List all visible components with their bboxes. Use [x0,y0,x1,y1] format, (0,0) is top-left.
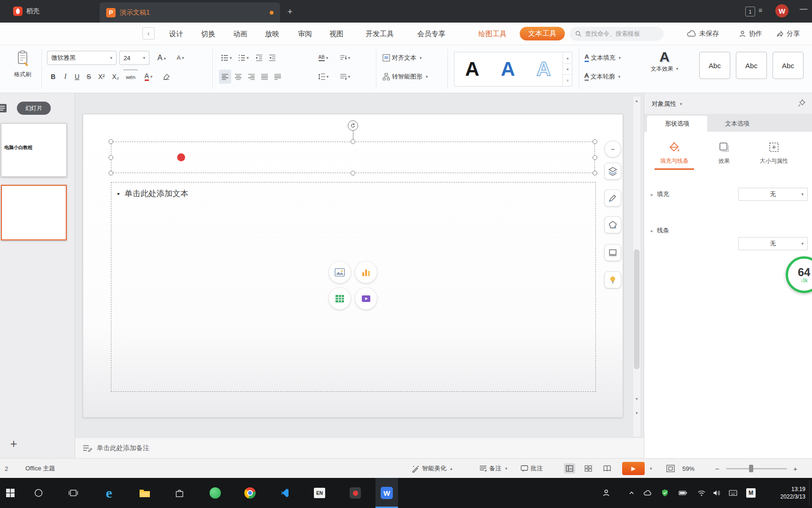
save-status-button[interactable]: 未保存 [687,23,719,45]
slideshow-play-button[interactable]: ▶ [622,462,645,475]
increase-indent-button[interactable] [266,51,278,65]
command-search-box[interactable]: 查找命令、搜索模板 [570,27,664,41]
zoom-out-button[interactable]: − [715,459,719,478]
minimize-button[interactable]: — [800,5,807,13]
home-tab[interactable]: 稻壳 [6,0,47,23]
wordart-scroll-up-button[interactable]: ▴ [563,52,572,64]
shape-style-preset-3[interactable]: Abc [773,52,804,79]
menu-developer[interactable]: 开发工具 [366,23,394,45]
vscode-icon[interactable] [275,484,294,502]
account-avatar[interactable]: W [775,4,789,17]
resize-handle-se[interactable] [593,171,597,175]
smart-graphic-button[interactable]: 转智能图形 ▾ [383,70,428,84]
shape-tool-button[interactable] [604,216,621,233]
show-desktop-divider[interactable] [809,481,810,505]
frame-tool-button[interactable] [604,244,621,261]
file-explorer-icon[interactable] [135,484,154,502]
strikethrough-button[interactable]: S [84,70,94,84]
font-name-select[interactable]: 微软雅黑 ▾ [47,51,117,65]
theme-name[interactable]: Office 主题 [25,459,55,478]
numbered-list-button[interactable]: ▾ [236,51,251,65]
brush-tool-button[interactable] [604,190,621,206]
tab-scroll-left-button[interactable]: ‹ [142,27,155,40]
normal-view-button[interactable] [564,463,575,474]
people-tray-icon[interactable] [602,489,610,497]
scroll-down-arrow[interactable]: ▼ [633,396,640,402]
text-direction-button[interactable]: ▾ [336,51,354,65]
text-outline-button[interactable]: A 文本轮廓 ▾ [585,70,620,84]
slide-thumbnail-1[interactable]: 电脑小白教程 [1,123,67,177]
tab-shape-options[interactable]: 形状选项 [647,116,707,132]
slide-thumbnail-2-selected[interactable] [1,185,67,240]
menu-transition[interactable]: 切换 [201,23,215,45]
tab-text-options[interactable]: 文本选项 [707,116,767,132]
smart-beautify-button[interactable]: 智能美化 ▴ [412,459,453,478]
touch-keyboard-icon[interactable] [729,489,737,497]
italic-button[interactable]: I [60,70,70,84]
resize-handle-e[interactable] [593,155,597,160]
wordart-scroll-down-button[interactable]: ▾ [563,64,572,75]
hidden-icons-chevron[interactable] [628,489,635,497]
bold-button[interactable]: B [47,70,59,84]
wordart-style-1[interactable]: A [454,52,490,86]
menu-animation[interactable]: 动画 [233,23,247,45]
line-select[interactable]: 无 ▾ [738,237,808,250]
resize-handle-n[interactable] [351,139,355,144]
paragraph-spacing-button[interactable]: ▾ [336,70,354,84]
line-section-header[interactable]: ▸ 线条 [651,223,669,238]
start-button[interactable] [1,484,20,502]
window-count-badge[interactable]: 1 [745,7,755,16]
document-tab[interactable]: P 演示文稿1 [100,2,280,23]
increase-font-button[interactable]: A▴ [153,51,170,65]
rotate-handle[interactable] [348,120,358,131]
subscript-button[interactable]: X₂ [109,70,122,84]
resize-handle-s[interactable] [351,171,355,175]
menu-draw-tools[interactable]: 绘图工具 [478,23,507,45]
insert-table-button[interactable] [329,288,351,310]
title-red-dot-shape[interactable] [177,153,185,161]
subtab-effects[interactable]: 效果 [700,137,749,168]
body-placeholder-box[interactable]: ● 单击此处添加文本 [111,182,596,392]
bullet-list-button[interactable]: ▾ [219,51,234,65]
zoom-percent[interactable]: 59% [682,459,695,478]
slide-canvas[interactable]: ● 单击此处添加文本 [83,114,623,418]
layers-button[interactable] [604,163,621,180]
menu-design[interactable]: 设计 [169,23,183,45]
insert-picture-button[interactable] [329,262,351,283]
security-shield-icon[interactable] [661,489,669,497]
battery-icon[interactable] [679,489,687,497]
task-view-button[interactable] [64,484,83,502]
decrease-indent-button[interactable] [253,51,265,65]
pinyin-guide-button[interactable]: wén [123,70,138,84]
shape-style-preset-2[interactable]: Abc [736,52,767,79]
menu-review[interactable]: 审阅 [298,23,312,45]
menu-view[interactable]: 视图 [329,23,344,45]
text-effect-button[interactable]: A 文本效果▾ [643,49,686,88]
pin-icon[interactable] [797,99,806,107]
fill-section-header[interactable]: ▸ 填充 [651,187,669,201]
scrollbar-thumb[interactable] [634,249,640,369]
wifi-icon[interactable] [697,489,706,497]
wordart-style-3[interactable]: A [526,52,562,86]
reading-view-button[interactable] [601,463,613,474]
font-size-select[interactable]: 24 ▾ [119,51,149,65]
align-right-button[interactable] [245,70,258,84]
next-slide-arrow[interactable]: ▼ [633,410,640,416]
zoom-in-button[interactable]: + [793,459,797,478]
subtab-size-properties[interactable]: 大小与属性 [750,137,798,168]
play-options-arrow[interactable]: ▾ [650,459,652,478]
zoom-slider-thumb[interactable] [749,465,753,472]
volume-icon[interactable] [713,489,721,497]
notes-toggle-button[interactable]: 备注 ▾ [479,459,508,478]
clear-format-button[interactable] [159,70,173,84]
resize-handle-w[interactable] [109,155,113,160]
menu-membership[interactable]: 会员专享 [417,23,445,45]
distribute-button[interactable] [272,70,284,84]
subtab-fill-and-line[interactable]: 填充与线条 [650,137,699,168]
menu-slideshow[interactable]: 放映 [265,23,279,45]
align-center-button[interactable] [232,70,244,84]
wordart-style-2[interactable]: A [490,52,526,86]
new-tab-button[interactable]: + [284,6,296,18]
idea-tool-button[interactable] [604,271,621,288]
taskbar-clock[interactable]: 13:19 2022/3/13 [766,485,805,500]
